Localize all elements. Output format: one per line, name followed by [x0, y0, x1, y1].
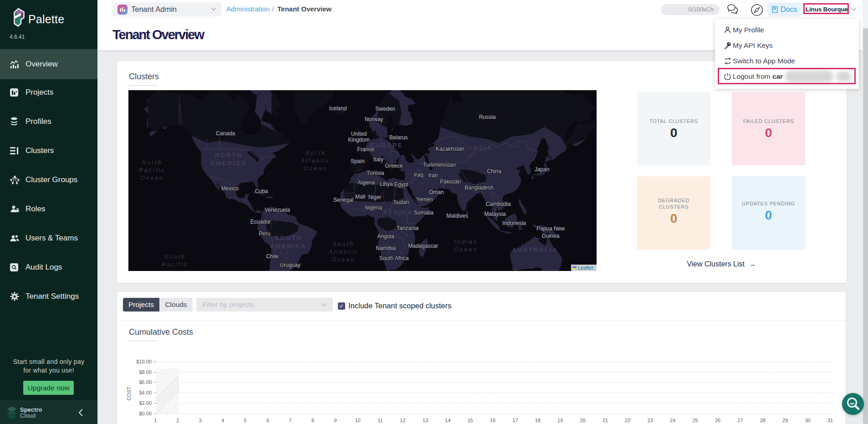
svg-text:North: North: [142, 159, 163, 166]
svg-text:Malaysia: Malaysia: [484, 211, 506, 217]
svg-text:Ocean: Ocean: [332, 256, 355, 263]
svg-text:Sweden: Sweden: [375, 106, 395, 112]
svg-text:Canada: Canada: [216, 130, 235, 137]
svg-text:Cambodia: Cambodia: [486, 201, 511, 207]
svg-text:Uruguay: Uruguay: [280, 262, 300, 268]
svg-text:Pākistān: Pākistān: [440, 179, 461, 185]
svg-text:Senegal: Senegal: [333, 197, 353, 203]
svg-text:Ocean: Ocean: [304, 165, 327, 172]
svg-text:Peru: Peru: [259, 230, 270, 237]
svg-text:Belarus: Belarus: [389, 134, 408, 141]
svg-text:Turkmenistan: Turkmenistan: [423, 162, 456, 168]
svg-text:Iran: Iran: [429, 172, 438, 179]
svg-text:Papua New: Papua New: [536, 225, 565, 232]
svg-text:Russia: Russia: [479, 114, 496, 120]
svg-text:Ecuador: Ecuador: [250, 219, 271, 225]
svg-text:Angola: Angola: [377, 233, 394, 240]
svg-text:Venezuela: Venezuela: [265, 207, 290, 213]
svg-text:Italy: Italy: [373, 156, 383, 163]
svg-text:China: China: [487, 168, 501, 174]
svg-text:Pacific: Pacific: [162, 261, 188, 268]
svg-text:Norway: Norway: [365, 116, 383, 123]
svg-text:South: South: [164, 254, 186, 260]
svg-text:Cuba: Cuba: [255, 188, 268, 194]
svg-text:Bangladesh: Bangladesh: [465, 184, 493, 191]
svg-text:NORTH: NORTH: [215, 152, 243, 158]
svg-text:Mexico: Mexico: [221, 185, 239, 192]
svg-text:Iceland: Iceland: [329, 105, 347, 112]
svg-text:Libya: Libya: [380, 181, 393, 187]
svg-text:Mali: Mali: [355, 194, 365, 200]
svg-text:AFRICA: AFRICA: [383, 209, 413, 216]
svg-text:Japan: Japan: [535, 166, 550, 173]
svg-text:Nigeria: Nigeria: [365, 204, 382, 211]
svg-text:Yemen: Yemen: [416, 196, 433, 203]
svg-text:South: South: [332, 241, 354, 247]
svg-text:Egypt: Egypt: [394, 181, 408, 188]
svg-text:Somalia: Somalia: [414, 209, 434, 216]
svg-text:Chile: Chile: [266, 253, 279, 260]
svg-text:Namibia: Namibia: [376, 245, 396, 251]
svg-text:AMERICA: AMERICA: [270, 243, 307, 250]
svg-text:Tanzania: Tanzania: [397, 225, 419, 231]
svg-text:Atlantic: Atlantic: [301, 158, 331, 164]
svg-text:Indian: Indian: [454, 239, 478, 245]
svg-text:Iraq: Iraq: [414, 172, 424, 178]
svg-text:Atlantic: Atlantic: [328, 249, 358, 255]
svg-text:Guinea: Guinea: [542, 233, 560, 239]
svg-text:Ocean: Ocean: [454, 246, 478, 253]
svg-text:Kingdom: Kingdom: [348, 137, 369, 143]
svg-text:ASIA: ASIA: [474, 144, 493, 151]
svg-text:SOUTH: SOUTH: [275, 235, 302, 241]
svg-text:Maldives: Maldives: [446, 213, 468, 219]
svg-text:Pacific: Pacific: [139, 167, 165, 174]
svg-text:United: United: [351, 131, 367, 137]
svg-text:Indonesia: Indonesia: [502, 220, 526, 226]
svg-text:EUROPE: EUROPE: [370, 142, 403, 148]
svg-text:Spain: Spain: [351, 158, 365, 164]
svg-text:AMERICA: AMERICA: [210, 160, 247, 167]
svg-text:AUSTRALIA: AUSTRALIA: [512, 246, 558, 253]
svg-text:Algeria: Algeria: [357, 179, 375, 186]
svg-text:South Africa: South Africa: [379, 255, 409, 261]
svg-text:Ocean: Ocean: [140, 175, 164, 181]
svg-text:North: North: [305, 150, 326, 156]
svg-text:Leaflet: Leaflet: [578, 265, 593, 271]
svg-text:Greece: Greece: [385, 163, 403, 169]
svg-text:Tunisia: Tunisia: [367, 170, 384, 176]
svg-text:Niger: Niger: [368, 194, 382, 200]
svg-text:Kazakhstan: Kazakhstan: [436, 146, 465, 152]
svg-text:Madagascar: Madagascar: [408, 243, 438, 249]
svg-text:Oman: Oman: [429, 189, 444, 195]
svg-text:Sudan: Sudan: [393, 199, 409, 205]
